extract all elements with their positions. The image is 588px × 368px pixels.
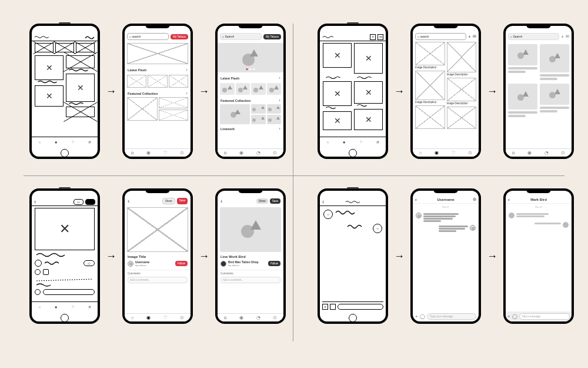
comments-header: Comments	[218, 270, 283, 276]
home-icon[interactable]: ⌂	[512, 150, 515, 155]
horizontal-divider	[24, 175, 564, 176]
vertical-divider	[293, 24, 293, 342]
bell-icon[interactable]: ◔	[88, 305, 91, 309]
heart-icon[interactable]: ♡	[72, 305, 74, 309]
message-input[interactable]: Type your message...	[427, 313, 476, 320]
save-button[interactable]: Save	[270, 198, 280, 204]
eye-icon[interactable]: ◉	[146, 150, 151, 155]
home-icon[interactable]: ⌂	[131, 150, 134, 155]
back-icon[interactable]: ‹	[415, 197, 417, 203]
section-latest-flash[interactable]: Latest Flash›	[125, 65, 191, 74]
plus-icon[interactable]: +	[561, 34, 564, 39]
home-icon[interactable]: ⌂	[131, 315, 134, 320]
search-input[interactable]: ⌕ search	[415, 33, 466, 40]
flow-chat-evolution: ‹ ☺ ☺ + →	[318, 188, 574, 324]
plus-icon[interactable]: +	[507, 314, 510, 319]
envelope-icon[interactable]: ✉	[566, 34, 569, 39]
phone-sketch-detail: ‹ ▭ ▬ ✕ ▭	[29, 188, 100, 324]
phone-hifi-chat: ‹ Mark Bird Oct 22	[503, 188, 574, 324]
share-button[interactable]: Share	[256, 198, 268, 204]
flow-home-evolution: ✕ ✕ ✕ ⌂ ◉ ♡ ◔ →	[29, 24, 286, 159]
bell-icon[interactable]: ◔	[256, 150, 260, 155]
plus-icon[interactable]: +	[322, 304, 328, 310]
comments-header: Comments	[125, 270, 191, 276]
section-featured-collection[interactable]: Featured Collection›	[218, 96, 283, 104]
eye-icon[interactable]: ◉	[55, 305, 57, 309]
back-icon[interactable]: ‹	[322, 198, 324, 205]
bell-icon[interactable]: ◔	[376, 140, 379, 144]
message-input[interactable]	[338, 304, 383, 310]
follow-button[interactable]: Follow	[175, 261, 188, 266]
save-button[interactable]: Save	[177, 198, 188, 204]
my-tattoos-button[interactable]: My Tattoos	[171, 34, 188, 39]
user-icon[interactable]: ⊙	[273, 315, 277, 320]
arrow-icon: →	[393, 250, 406, 263]
search-input[interactable]: ⌕ Search	[220, 33, 262, 40]
search-input[interactable]: ⌕ search	[127, 33, 169, 40]
eye-icon[interactable]: ◉	[343, 140, 345, 144]
heart-icon[interactable]: ♡	[72, 140, 74, 144]
bell-icon[interactable]: ◔	[544, 150, 549, 155]
chat-username: Username	[437, 198, 454, 201]
eye-icon[interactable]: ◉	[435, 150, 439, 155]
phone-hifi-detail: ‹ Share Save Line Work Bird Bird Man Tat…	[215, 188, 286, 324]
phone-sketch-chat: ‹ ☺ ☺ +	[318, 188, 388, 324]
camera-icon[interactable]: ◯	[420, 314, 425, 319]
message-input[interactable]: Add a message	[519, 313, 570, 320]
eye-icon[interactable]: ◉	[239, 150, 243, 155]
user-icon[interactable]: ⊙	[180, 150, 184, 155]
share-button[interactable]: Share	[162, 198, 175, 204]
user-icon[interactable]: ⊙	[180, 315, 184, 320]
comment-input[interactable]: Add a comment...	[220, 277, 280, 283]
user-icon[interactable]: ⊙	[468, 150, 472, 155]
bell-icon[interactable]: ◔	[256, 315, 260, 320]
gear-icon[interactable]: ⚙	[473, 197, 476, 202]
eye-icon[interactable]: ◉	[55, 140, 57, 144]
home-icon[interactable]: ⌂	[224, 150, 227, 155]
sketch-tabbar: ⌂ ◉ ♡ ◔	[32, 137, 98, 146]
avatar[interactable]: ⊙	[128, 261, 133, 267]
user-icon[interactable]: ⊙	[273, 150, 277, 155]
eye-icon[interactable]: ◉	[239, 315, 243, 320]
envelope-icon[interactable]: ✉	[377, 34, 383, 40]
plus-icon[interactable]: +	[468, 34, 471, 39]
arrow-icon: →	[105, 85, 118, 98]
section-latest-flash[interactable]: Latest Flash›	[218, 74, 283, 82]
home-icon[interactable]: ⌂	[224, 315, 227, 320]
flow-feed-evolution: + ✉ ✕ ✕ ✕ ✕ ✕ ✕	[318, 24, 574, 159]
eye-icon[interactable]: ◉	[146, 315, 151, 320]
back-icon[interactable]: ‹	[220, 198, 222, 204]
home-icon[interactable]: ⌂	[39, 305, 41, 309]
phone-wireframe-home: ⌕ search My Tattoos Latest Flash› Featur…	[122, 24, 193, 159]
chat-username: Mark Bird	[530, 198, 547, 201]
arrow-icon: →	[486, 85, 499, 98]
image-title: Line Work Bird	[218, 253, 283, 259]
camera-icon[interactable]	[330, 304, 336, 310]
section-linework[interactable]: Linework›	[218, 124, 283, 132]
plus-icon[interactable]: +	[415, 314, 418, 319]
plus-icon[interactable]: +	[370, 34, 376, 40]
heart-icon[interactable]: ♡	[163, 150, 168, 155]
eye-icon[interactable]: ◉	[527, 150, 532, 155]
back-icon[interactable]: ‹	[508, 197, 510, 203]
envelope-icon[interactable]: ✉	[473, 34, 476, 39]
section-featured-collection[interactable]: Featured Collection›	[125, 89, 191, 97]
heart-icon[interactable]: ♡	[163, 315, 168, 320]
home-icon[interactable]: ⌂	[419, 150, 422, 155]
back-icon[interactable]: ‹	[128, 198, 129, 204]
search-input[interactable]: ⌕ Search	[508, 33, 559, 40]
phone-wireframe-chat: ‹ Username ⚙ Oct 17 ⊙ ⊙	[410, 188, 481, 324]
camera-icon[interactable]: ◯	[512, 314, 517, 319]
phone-hifi-home: ⌕ Search My Tattoos Latest Flash› Featur…	[215, 24, 286, 159]
bell-icon[interactable]: ◔	[88, 140, 91, 144]
user-icon[interactable]: ⊙	[561, 150, 565, 155]
my-tattoos-button[interactable]: My Tattoos	[263, 34, 281, 39]
back-icon[interactable]: ‹	[34, 198, 36, 205]
home-icon[interactable]: ⌂	[39, 140, 41, 144]
home-icon[interactable]: ⌂	[327, 140, 329, 144]
follow-button[interactable]: Follow	[268, 261, 280, 266]
heart-icon[interactable]: ♡	[360, 140, 362, 144]
avatar[interactable]	[220, 261, 226, 267]
heart-icon[interactable]: ♡	[452, 150, 456, 155]
comment-input[interactable]: Add a comment...	[128, 277, 188, 283]
